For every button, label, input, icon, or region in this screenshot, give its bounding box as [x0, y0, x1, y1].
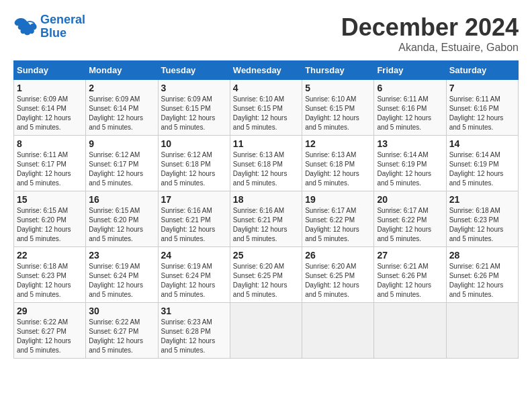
day-number: 1 — [17, 83, 83, 93]
calendar-week-1: 1 Sunrise: 6:09 AM Sunset: 6:14 PM Dayli… — [14, 80, 519, 136]
day-number: 12 — [305, 138, 371, 149]
calendar-cell — [302, 303, 374, 359]
day-info: Sunrise: 6:19 AM Sunset: 6:24 PM Dayligh… — [161, 262, 227, 300]
calendar-cell: 18 Sunrise: 6:16 AM Sunset: 6:21 PM Dayl… — [230, 191, 302, 247]
calendar-week-2: 8 Sunrise: 6:11 AM Sunset: 6:17 PM Dayli… — [14, 136, 519, 191]
day-number: 30 — [89, 306, 154, 316]
header-saturday: Saturday — [446, 61, 518, 80]
day-info: Sunrise: 6:13 AM Sunset: 6:18 PM Dayligh… — [233, 150, 299, 188]
calendar-cell: 26 Sunrise: 6:20 AM Sunset: 6:25 PM Dayl… — [302, 247, 374, 303]
day-number: 9 — [89, 138, 154, 149]
day-number: 3 — [161, 83, 227, 93]
calendar-cell: 31 Sunrise: 6:23 AM Sunset: 6:28 PM Dayl… — [158, 303, 230, 359]
title-area: December 2024 Akanda, Estuaire, Gabon — [341, 13, 519, 54]
day-number: 6 — [377, 83, 443, 93]
day-number: 28 — [449, 250, 515, 261]
day-number: 13 — [377, 138, 443, 149]
day-info: Sunrise: 6:23 AM Sunset: 6:28 PM Dayligh… — [161, 318, 227, 355]
header-friday: Friday — [374, 61, 446, 80]
day-number: 18 — [233, 194, 299, 205]
day-number: 20 — [377, 194, 443, 205]
day-info: Sunrise: 6:14 AM Sunset: 6:19 PM Dayligh… — [449, 150, 515, 188]
day-info: Sunrise: 6:17 AM Sunset: 6:22 PM Dayligh… — [377, 206, 443, 244]
logo-general: General — [40, 13, 85, 26]
day-info: Sunrise: 6:16 AM Sunset: 6:21 PM Dayligh… — [161, 206, 227, 244]
calendar-cell: 16 Sunrise: 6:15 AM Sunset: 6:20 PM Dayl… — [86, 191, 158, 247]
header-wednesday: Wednesday — [230, 61, 302, 80]
calendar-cell: 8 Sunrise: 6:11 AM Sunset: 6:17 PM Dayli… — [14, 136, 86, 191]
calendar-header-row: SundayMondayTuesdayWednesdayThursdayFrid… — [14, 61, 519, 80]
day-number: 5 — [305, 83, 371, 93]
calendar-cell — [374, 303, 446, 359]
day-info: Sunrise: 6:10 AM Sunset: 6:15 PM Dayligh… — [305, 95, 371, 132]
day-number: 23 — [89, 250, 154, 261]
calendar-week-5: 29 Sunrise: 6:22 AM Sunset: 6:27 PM Dayl… — [14, 303, 519, 359]
day-number: 7 — [449, 83, 515, 93]
day-number: 16 — [89, 194, 154, 205]
day-info: Sunrise: 6:15 AM Sunset: 6:20 PM Dayligh… — [17, 206, 83, 244]
day-info: Sunrise: 6:21 AM Sunset: 6:26 PM Dayligh… — [377, 262, 443, 300]
calendar-cell: 9 Sunrise: 6:12 AM Sunset: 6:17 PM Dayli… — [86, 136, 158, 191]
day-info: Sunrise: 6:13 AM Sunset: 6:18 PM Dayligh… — [305, 150, 371, 188]
header-thursday: Thursday — [302, 61, 374, 80]
calendar-cell: 23 Sunrise: 6:19 AM Sunset: 6:24 PM Dayl… — [86, 247, 158, 303]
day-info: Sunrise: 6:11 AM Sunset: 6:16 PM Dayligh… — [377, 95, 443, 132]
day-number: 8 — [17, 138, 83, 149]
day-info: Sunrise: 6:10 AM Sunset: 6:15 PM Dayligh… — [233, 95, 299, 132]
logo-text: GeneralBlue — [40, 13, 85, 40]
day-info: Sunrise: 6:16 AM Sunset: 6:21 PM Dayligh… — [233, 206, 299, 244]
calendar-cell: 25 Sunrise: 6:20 AM Sunset: 6:25 PM Dayl… — [230, 247, 302, 303]
calendar-cell: 3 Sunrise: 6:09 AM Sunset: 6:15 PM Dayli… — [158, 80, 230, 136]
day-number: 2 — [89, 83, 154, 93]
day-info: Sunrise: 6:21 AM Sunset: 6:26 PM Dayligh… — [449, 262, 515, 300]
day-number: 14 — [449, 138, 515, 149]
day-info: Sunrise: 6:22 AM Sunset: 6:27 PM Dayligh… — [17, 318, 83, 355]
day-info: Sunrise: 6:17 AM Sunset: 6:22 PM Dayligh… — [305, 206, 371, 244]
calendar-cell: 30 Sunrise: 6:22 AM Sunset: 6:27 PM Dayl… — [86, 303, 158, 359]
header-tuesday: Tuesday — [158, 61, 230, 80]
calendar-cell — [446, 303, 518, 359]
day-number: 11 — [233, 138, 299, 149]
calendar-cell: 19 Sunrise: 6:17 AM Sunset: 6:22 PM Dayl… — [302, 191, 374, 247]
day-info: Sunrise: 6:12 AM Sunset: 6:17 PM Dayligh… — [89, 150, 154, 188]
day-info: Sunrise: 6:09 AM Sunset: 6:14 PM Dayligh… — [17, 95, 83, 132]
calendar-cell: 10 Sunrise: 6:12 AM Sunset: 6:18 PM Dayl… — [158, 136, 230, 191]
day-info: Sunrise: 6:14 AM Sunset: 6:19 PM Dayligh… — [377, 150, 443, 188]
day-info: Sunrise: 6:18 AM Sunset: 6:23 PM Dayligh… — [449, 206, 515, 244]
calendar-cell: 1 Sunrise: 6:09 AM Sunset: 6:14 PM Dayli… — [14, 80, 86, 136]
day-number: 10 — [161, 138, 227, 149]
day-number: 17 — [161, 194, 227, 205]
calendar-week-4: 22 Sunrise: 6:18 AM Sunset: 6:23 PM Dayl… — [14, 247, 519, 303]
calendar-week-3: 15 Sunrise: 6:15 AM Sunset: 6:20 PM Dayl… — [14, 191, 519, 247]
day-number: 15 — [17, 194, 83, 205]
day-number: 21 — [449, 194, 515, 205]
calendar-cell: 20 Sunrise: 6:17 AM Sunset: 6:22 PM Dayl… — [374, 191, 446, 247]
day-info: Sunrise: 6:19 AM Sunset: 6:24 PM Dayligh… — [89, 262, 154, 300]
calendar-cell: 29 Sunrise: 6:22 AM Sunset: 6:27 PM Dayl… — [14, 303, 86, 359]
logo-icon — [13, 17, 38, 37]
day-info: Sunrise: 6:09 AM Sunset: 6:14 PM Dayligh… — [89, 95, 154, 132]
day-info: Sunrise: 6:20 AM Sunset: 6:25 PM Dayligh… — [305, 262, 371, 300]
day-info: Sunrise: 6:20 AM Sunset: 6:25 PM Dayligh… — [233, 262, 299, 300]
calendar-cell: 4 Sunrise: 6:10 AM Sunset: 6:15 PM Dayli… — [230, 80, 302, 136]
calendar-cell: 7 Sunrise: 6:11 AM Sunset: 6:16 PM Dayli… — [446, 80, 518, 136]
logo-blue: Blue — [40, 26, 66, 40]
calendar-cell: 11 Sunrise: 6:13 AM Sunset: 6:18 PM Dayl… — [230, 136, 302, 191]
location-subtitle: Akanda, Estuaire, Gabon — [341, 42, 519, 54]
calendar-cell: 24 Sunrise: 6:19 AM Sunset: 6:24 PM Dayl… — [158, 247, 230, 303]
calendar-cell: 28 Sunrise: 6:21 AM Sunset: 6:26 PM Dayl… — [446, 247, 518, 303]
day-info: Sunrise: 6:18 AM Sunset: 6:23 PM Dayligh… — [17, 262, 83, 300]
calendar-cell: 22 Sunrise: 6:18 AM Sunset: 6:23 PM Dayl… — [14, 247, 86, 303]
day-number: 29 — [17, 306, 83, 316]
calendar-cell: 13 Sunrise: 6:14 AM Sunset: 6:19 PM Dayl… — [374, 136, 446, 191]
day-info: Sunrise: 6:15 AM Sunset: 6:20 PM Dayligh… — [89, 206, 154, 244]
logo: GeneralBlue — [13, 13, 85, 40]
header-sunday: Sunday — [14, 61, 86, 80]
day-number: 25 — [233, 250, 299, 261]
calendar-cell: 21 Sunrise: 6:18 AM Sunset: 6:23 PM Dayl… — [446, 191, 518, 247]
header-monday: Monday — [86, 61, 158, 80]
day-number: 26 — [305, 250, 371, 261]
calendar-cell: 27 Sunrise: 6:21 AM Sunset: 6:26 PM Dayl… — [374, 247, 446, 303]
day-info: Sunrise: 6:09 AM Sunset: 6:15 PM Dayligh… — [161, 95, 227, 132]
calendar-cell: 2 Sunrise: 6:09 AM Sunset: 6:14 PM Dayli… — [86, 80, 158, 136]
